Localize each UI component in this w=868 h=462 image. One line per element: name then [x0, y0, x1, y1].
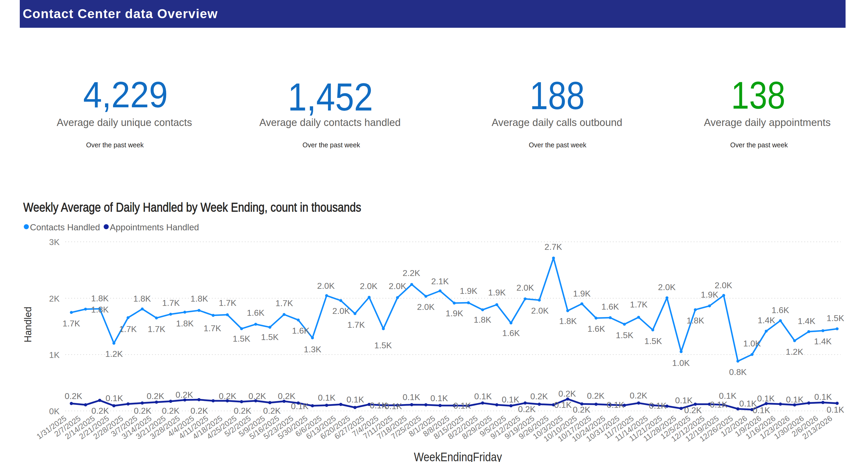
svg-text:0.1K: 0.1K — [649, 401, 666, 410]
svg-text:1.8K: 1.8K — [91, 294, 109, 303]
svg-text:1.5K: 1.5K — [374, 340, 392, 350]
svg-text:1.8K: 1.8K — [474, 315, 491, 325]
svg-text:1.9K: 1.9K — [445, 308, 463, 318]
svg-text:0.2K: 0.2K — [190, 406, 208, 416]
svg-text:2.2K: 2.2K — [403, 268, 420, 278]
svg-text:1.7K: 1.7K — [204, 324, 221, 333]
svg-text:1.6K: 1.6K — [292, 326, 310, 335]
svg-text:0.2K: 0.2K — [573, 405, 590, 415]
svg-text:0.2K: 0.2K — [518, 404, 536, 414]
svg-text:1.4K: 1.4K — [798, 316, 815, 326]
svg-text:0.1K: 0.1K — [474, 392, 492, 401]
svg-text:0.1K: 0.1K — [757, 394, 775, 403]
svg-text:0.1K: 0.1K — [719, 391, 737, 401]
svg-text:2.0K: 2.0K — [389, 281, 406, 291]
svg-text:1.7K: 1.7K — [347, 320, 365, 330]
svg-text:1.9K: 1.9K — [573, 289, 591, 298]
svg-text:1K: 1K — [49, 350, 60, 360]
svg-text:1.8K: 1.8K — [190, 294, 208, 303]
svg-text:1.9K: 1.9K — [488, 288, 506, 297]
svg-text:1.7K: 1.7K — [162, 298, 180, 308]
svg-text:1.5K: 1.5K — [261, 332, 279, 342]
svg-text:0.1K: 0.1K — [318, 393, 336, 402]
svg-text:0.1K: 0.1K — [554, 400, 572, 410]
svg-text:2.0K: 2.0K — [317, 281, 335, 291]
svg-text:WeekEndingFriday: WeekEndingFriday — [414, 450, 502, 462]
svg-text:0.1K: 0.1K — [403, 392, 420, 402]
svg-text:1.4K: 1.4K — [758, 316, 775, 325]
svg-text:2.1K: 2.1K — [431, 276, 449, 286]
svg-text:0.1K: 0.1K — [502, 395, 519, 404]
svg-text:1.7K: 1.7K — [630, 300, 648, 309]
svg-text:0.2K: 0.2K — [91, 406, 109, 416]
svg-text:0K: 0K — [49, 406, 60, 416]
svg-text:1.7K: 1.7K — [219, 298, 237, 308]
svg-text:0.2K: 0.2K — [219, 391, 237, 401]
svg-text:1.8K: 1.8K — [176, 319, 194, 328]
svg-text:0.2K: 0.2K — [248, 391, 266, 401]
svg-text:1.0K: 1.0K — [672, 358, 690, 368]
svg-text:1.2K: 1.2K — [786, 347, 803, 357]
svg-text:1.2K: 1.2K — [105, 349, 123, 359]
svg-text:0.1K: 0.1K — [384, 401, 402, 411]
svg-text:1.8K: 1.8K — [133, 294, 151, 303]
svg-text:2K: 2K — [49, 294, 60, 303]
svg-text:0.2K: 0.2K — [684, 405, 702, 415]
svg-text:0.8K: 0.8K — [729, 367, 747, 377]
svg-text:0.1K: 0.1K — [607, 400, 624, 410]
svg-text:2.7K: 2.7K — [545, 242, 562, 252]
svg-text:0.1K: 0.1K — [752, 405, 770, 415]
svg-text:0.2K: 0.2K — [263, 406, 281, 416]
svg-text:0.2K: 0.2K — [234, 406, 251, 416]
svg-text:1.5K: 1.5K — [616, 330, 633, 340]
svg-text:0.2K: 0.2K — [587, 391, 604, 401]
svg-text:2.0K: 2.0K — [332, 306, 350, 316]
svg-text:0.1K: 0.1K — [827, 405, 844, 415]
svg-text:2.0K: 2.0K — [715, 280, 732, 290]
svg-text:0.2K: 0.2K — [278, 391, 296, 401]
svg-text:0.2K: 0.2K — [558, 389, 576, 398]
svg-text:0.1K: 0.1K — [291, 401, 309, 411]
svg-text:1.8K: 1.8K — [91, 305, 109, 315]
svg-text:2.0K: 2.0K — [517, 283, 534, 293]
svg-text:0.1K: 0.1K — [430, 393, 448, 403]
svg-text:0.1K: 0.1K — [105, 393, 123, 403]
svg-text:1.5K: 1.5K — [233, 334, 250, 343]
svg-text:1.9K: 1.9K — [701, 290, 718, 299]
svg-text:1.0K: 1.0K — [743, 339, 761, 348]
svg-text:0.1K: 0.1K — [814, 392, 832, 402]
svg-text:0.1K: 0.1K — [710, 400, 727, 409]
svg-text:0.2K: 0.2K — [134, 406, 152, 416]
svg-text:0.2K: 0.2K — [147, 391, 164, 401]
svg-text:2.0K: 2.0K — [360, 281, 377, 291]
svg-text:1.7K: 1.7K — [119, 324, 137, 334]
svg-text:1.6K: 1.6K — [502, 328, 520, 338]
svg-text:0.1K: 0.1K — [675, 396, 693, 405]
svg-text:0.2K: 0.2K — [530, 392, 548, 401]
svg-text:1.4K: 1.4K — [814, 336, 832, 346]
svg-text:1.6K: 1.6K — [601, 302, 619, 311]
svg-text:1.7K: 1.7K — [148, 324, 165, 334]
svg-text:2.0K: 2.0K — [417, 302, 435, 312]
svg-text:1.8K: 1.8K — [687, 316, 704, 325]
svg-text:1.6K: 1.6K — [247, 308, 265, 318]
svg-text:1.8K: 1.8K — [559, 316, 577, 326]
svg-text:1.5K: 1.5K — [827, 314, 844, 323]
svg-text:0.2K: 0.2K — [162, 406, 180, 416]
svg-text:1.5K: 1.5K — [644, 336, 662, 346]
svg-text:Handled: Handled — [23, 307, 33, 342]
svg-text:0.1K: 0.1K — [346, 395, 364, 404]
svg-text:1.6K: 1.6K — [587, 324, 605, 334]
svg-text:1.3K: 1.3K — [304, 344, 321, 354]
svg-text:1.7K: 1.7K — [275, 298, 293, 308]
svg-text:3K: 3K — [49, 237, 60, 247]
svg-text:0.2K: 0.2K — [176, 390, 193, 400]
svg-text:2.0K: 2.0K — [531, 306, 549, 316]
svg-text:0.1K: 0.1K — [453, 401, 471, 410]
svg-text:0.2K: 0.2K — [65, 391, 82, 401]
svg-text:1.6K: 1.6K — [772, 305, 789, 315]
svg-text:0.1K: 0.1K — [786, 395, 804, 404]
svg-text:2.0K: 2.0K — [658, 283, 676, 292]
svg-text:1.7K: 1.7K — [63, 319, 80, 328]
svg-text:1.9K: 1.9K — [460, 286, 477, 296]
